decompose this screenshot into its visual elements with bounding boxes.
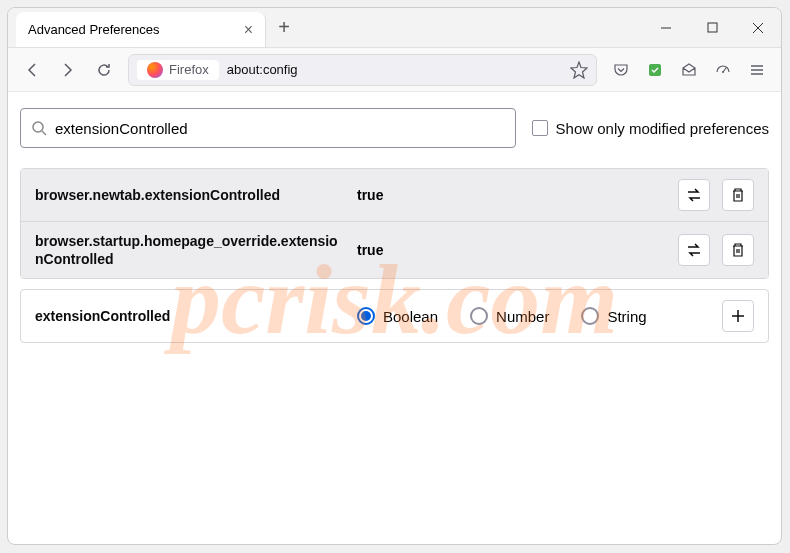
url-bar[interactable]: Firefox about:config <box>128 54 597 86</box>
toggle-button[interactable] <box>678 234 710 266</box>
preference-name: browser.startup.homepage_override.extens… <box>35 232 345 268</box>
type-number-option[interactable]: Number <box>470 307 549 325</box>
reload-button[interactable] <box>88 54 120 86</box>
titlebar: Advanced Preferences × + <box>8 8 781 48</box>
type-label: Number <box>496 308 549 325</box>
preference-name: browser.newtab.extensionControlled <box>35 186 345 204</box>
toggle-button[interactable] <box>678 179 710 211</box>
svg-rect-1 <box>708 23 717 32</box>
type-label: String <box>607 308 646 325</box>
radio-checked-icon <box>357 307 375 325</box>
maximize-button[interactable] <box>689 8 735 47</box>
minimize-button[interactable] <box>643 8 689 47</box>
preference-list: browser.newtab.extensionControlled true … <box>20 168 769 279</box>
browser-tab[interactable]: Advanced Preferences × <box>16 12 266 47</box>
preference-row: browser.newtab.extensionControlled true <box>21 169 768 222</box>
back-button[interactable] <box>16 54 48 86</box>
checkbox-icon[interactable] <box>532 120 548 136</box>
type-string-option[interactable]: String <box>581 307 646 325</box>
show-modified-toggle[interactable]: Show only modified preferences <box>532 120 769 137</box>
menu-button[interactable] <box>741 54 773 86</box>
url-text: about:config <box>227 62 298 77</box>
extension-icon[interactable] <box>639 54 671 86</box>
bookmark-star-icon[interactable] <box>570 61 588 79</box>
delete-button[interactable] <box>722 234 754 266</box>
identity-label: Firefox <box>169 62 209 77</box>
inbox-icon[interactable] <box>673 54 705 86</box>
identity-box[interactable]: Firefox <box>137 60 219 80</box>
svg-point-5 <box>722 71 724 73</box>
pocket-icon[interactable] <box>605 54 637 86</box>
new-preference-name: extensionControlled <box>35 307 345 325</box>
dashboard-icon[interactable] <box>707 54 739 86</box>
show-modified-label: Show only modified preferences <box>556 120 769 137</box>
type-label: Boolean <box>383 308 438 325</box>
svg-point-9 <box>33 122 43 132</box>
tab-title: Advanced Preferences <box>28 22 160 37</box>
svg-line-10 <box>42 131 46 135</box>
forward-button[interactable] <box>52 54 84 86</box>
content-area: Show only modified preferences browser.n… <box>8 92 781 359</box>
preference-value: true <box>357 187 666 203</box>
add-button[interactable] <box>722 300 754 332</box>
preference-value: true <box>357 242 666 258</box>
preference-row: browser.startup.homepage_override.extens… <box>21 222 768 278</box>
close-tab-icon[interactable]: × <box>244 21 253 39</box>
search-input[interactable] <box>55 120 505 137</box>
add-preference-row: extensionControlled Boolean Number Strin… <box>20 289 769 343</box>
search-icon <box>31 120 47 136</box>
close-window-button[interactable] <box>735 8 781 47</box>
delete-button[interactable] <box>722 179 754 211</box>
type-boolean-option[interactable]: Boolean <box>357 307 438 325</box>
search-box[interactable] <box>20 108 516 148</box>
toolbar: Firefox about:config <box>8 48 781 92</box>
new-tab-button[interactable]: + <box>266 8 302 47</box>
firefox-logo-icon <box>147 62 163 78</box>
radio-icon <box>470 307 488 325</box>
radio-icon <box>581 307 599 325</box>
